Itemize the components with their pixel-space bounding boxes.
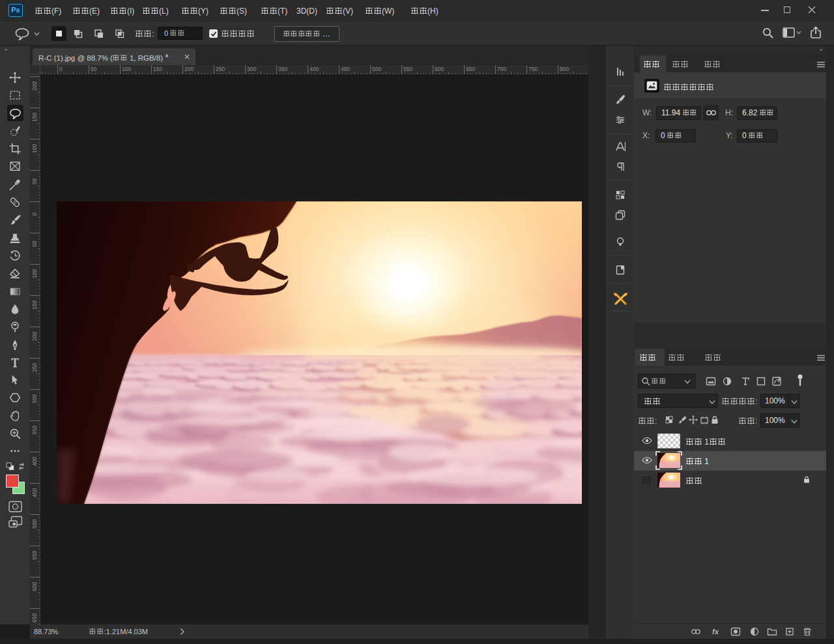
svg-text:fx: fx bbox=[712, 628, 719, 636]
